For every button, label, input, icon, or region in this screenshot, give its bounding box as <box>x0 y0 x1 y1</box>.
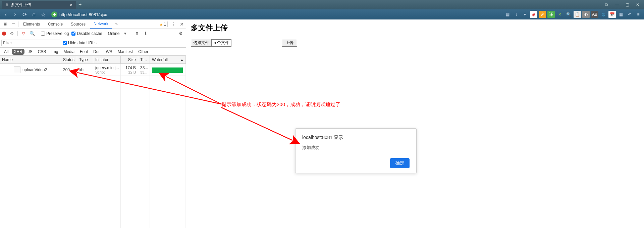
chevron-down-icon[interactable]: ▾ <box>521 11 529 18</box>
settings-icon[interactable]: ⚙ <box>178 31 184 36</box>
cell-status: 200 <box>61 64 77 76</box>
cell-waterfall <box>150 64 186 76</box>
reload-icon[interactable]: ⟳ <box>21 11 28 18</box>
warning-icon: ▲ <box>159 22 163 27</box>
upload-icon[interactable]: ⬆ <box>134 31 140 36</box>
waterfall-bar <box>152 67 183 73</box>
close-devtools-icon[interactable]: ✕ <box>180 21 184 27</box>
filter-media[interactable]: Media <box>61 49 76 55</box>
cell-initiator: jquery.min.j... Script <box>93 64 121 76</box>
sync-icon[interactable]: ↕ <box>513 11 520 18</box>
close-window-icon[interactable]: ✕ <box>634 2 641 8</box>
filter-xhr[interactable]: XHR <box>12 49 24 55</box>
table-header: Name Status Type Initiator Size Ti... Wa… <box>0 56 186 64</box>
col-time[interactable]: Ti... <box>138 56 150 63</box>
ext-icon-9[interactable]: 📅 <box>608 11 616 18</box>
col-size[interactable]: Size <box>121 56 138 63</box>
separator <box>49 11 49 17</box>
filter-ws[interactable]: WS <box>104 49 114 55</box>
url-text[interactable]: http://localhost:8081/cjcc <box>59 12 502 17</box>
toolbox-icon[interactable]: ⧉ <box>603 2 610 8</box>
ext-icon-5[interactable]: 📋 <box>574 11 581 18</box>
warnings-badge[interactable]: ▲ 1 <box>159 22 166 27</box>
filter-icon[interactable]: ▽ <box>20 31 26 36</box>
maximize-icon[interactable]: ▢ <box>624 2 631 8</box>
menu-icon[interactable]: ≡ <box>635 11 642 18</box>
clear-icon[interactable]: ⊘ <box>9 31 15 36</box>
ext-icon-6[interactable]: ◐ <box>582 11 590 18</box>
alert-ok-button[interactable]: 确定 <box>390 158 410 168</box>
page-content: 多文件上传 选择文件 5 个文件 上传 <box>186 19 644 228</box>
filter-input[interactable] <box>1 40 60 46</box>
col-status[interactable]: Status <box>61 56 77 63</box>
ext-icon-8[interactable]: ◎ <box>600 11 607 18</box>
tab-elements[interactable]: Elements <box>20 19 43 29</box>
chevron-down-icon[interactable]: ▾ <box>122 31 128 36</box>
alert-message: 添加成功 <box>302 145 410 151</box>
filter-doc[interactable]: Doc <box>91 49 102 55</box>
undo-icon[interactable]: ↶ <box>626 11 633 18</box>
close-tab-icon[interactable]: × <box>70 2 72 7</box>
ext-icon-1[interactable]: ◉ <box>530 11 537 18</box>
alert-title: localhost:8081 显示 <box>302 135 410 141</box>
disable-cache-checkbox[interactable]: Disable cache <box>71 31 102 36</box>
network-table: Name Status Type Initiator Size Ti... Wa… <box>0 56 186 228</box>
qr-icon[interactable]: ▦ <box>504 11 511 18</box>
alert-dialog: localhost:8081 显示 添加成功 确定 <box>295 128 417 173</box>
home-icon[interactable]: ⌂ <box>30 11 38 17</box>
download-icon[interactable]: ⬇ <box>143 31 149 36</box>
hide-data-urls-checkbox[interactable]: Hide data URLs <box>63 41 97 45</box>
col-type[interactable]: Type <box>77 56 93 63</box>
address-bar: ‹ › ⟳ ⌂ ☆ ✚ http://localhost:8081/cjcc ▦… <box>0 9 644 19</box>
filter-font[interactable]: Font <box>78 49 90 55</box>
choose-file-button[interactable]: 选择文件 <box>191 39 212 46</box>
minimize-icon[interactable]: — <box>613 2 621 8</box>
request-type-filters: All XHR JS CSS Img Media Font Doc WS Man… <box>0 48 186 56</box>
col-name[interactable]: Name <box>0 56 61 63</box>
search-icon[interactable]: 🔍 <box>29 31 35 36</box>
filter-other[interactable]: Other <box>136 49 150 55</box>
filter-all[interactable]: All <box>2 49 10 55</box>
table-row[interactable]: uploadVideo2 200 xhr jquery.min.j... Scr… <box>0 64 186 76</box>
throttle-select[interactable]: Online <box>108 31 120 36</box>
tab-title: 多文件上传 <box>11 2 31 8</box>
filter-manifest[interactable]: Manifest <box>116 49 135 55</box>
filter-js[interactable]: JS <box>26 49 35 55</box>
tab-network[interactable]: Network <box>90 19 112 29</box>
filter-img[interactable]: Img <box>49 49 60 55</box>
col-waterfall[interactable]: Waterfall▲ <box>150 56 186 63</box>
file-input[interactable]: 选择文件 5 个文件 <box>191 39 231 47</box>
inspect-icon[interactable]: ▣ <box>2 21 9 27</box>
col-initiator[interactable]: Initiator <box>93 56 121 63</box>
preserve-log-checkbox[interactable]: Preserve log <box>41 31 69 36</box>
ext-icon-7[interactable]: AB <box>591 11 598 18</box>
separator <box>131 31 131 36</box>
kebab-icon[interactable]: ⋮ <box>171 21 176 27</box>
back-icon[interactable]: ‹ <box>2 11 9 17</box>
ext-icon-3[interactable]: 译 <box>547 11 555 18</box>
device-icon[interactable]: ▭ <box>10 21 17 27</box>
site-security-icon[interactable]: ✚ <box>51 11 57 17</box>
tab-console[interactable]: Console <box>45 19 66 29</box>
new-tab-button[interactable]: + <box>78 2 82 8</box>
cell-time: 33... 33... <box>138 64 150 76</box>
upload-button[interactable]: 上传 <box>282 39 297 47</box>
separator <box>167 21 168 27</box>
bookmark-icon[interactable]: ☆ <box>40 11 47 18</box>
separator <box>105 31 105 36</box>
ext-icon-10[interactable]: ▦ <box>617 11 625 18</box>
page-title: 多文件上传 <box>191 23 639 33</box>
forward-icon[interactable]: › <box>11 11 19 17</box>
ext-icon-2[interactable]: 迷 <box>539 11 546 18</box>
extensions-bar: ▦ ↕ ▾ ◉ 迷 译 ✕ 🔍 📋 ◐ AB ◎ 📅 ▦ ↶ ≡ <box>504 11 642 18</box>
record-button[interactable] <box>2 32 6 36</box>
browser-tab[interactable]: 🗎 多文件上传 × <box>2 1 76 9</box>
search-icon[interactable]: 🔍 <box>565 11 572 18</box>
file-count-label: 5 个文件 <box>212 39 231 46</box>
separator <box>18 21 18 27</box>
cell-size: 174 B 12 B <box>121 64 138 76</box>
more-tabs-icon[interactable]: » <box>113 21 120 27</box>
ext-icon-4[interactable]: ✕ <box>556 11 564 18</box>
filter-css[interactable]: CSS <box>36 49 48 55</box>
tab-sources[interactable]: Sources <box>67 19 89 29</box>
